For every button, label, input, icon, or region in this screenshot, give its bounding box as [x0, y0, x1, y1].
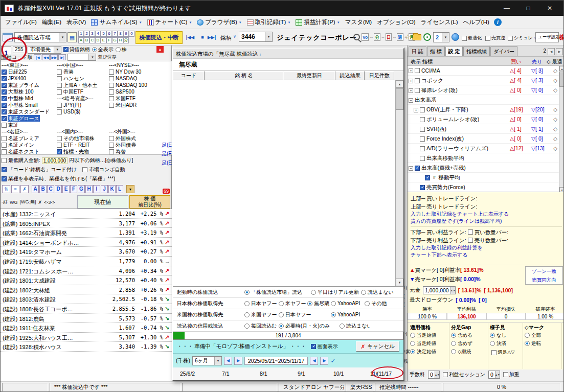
checkbox-icon[interactable] [420, 127, 425, 132]
radio-option[interactable]: 「株価読込市場」読込 [244, 289, 311, 296]
indicator-row[interactable]: ボリュームレシオ(改)△[ 0]▽[ 0]◇ [408, 114, 564, 124]
market-item[interactable]: 日経225 [2, 68, 56, 75]
tree-toggle-icon[interactable]: − [409, 166, 413, 171]
cancel-button[interactable]: キャンセル [356, 341, 399, 352]
period-button-3[interactable]: 週 [397, 33, 403, 41]
digit-button-分[interactable]: 分 [123, 37, 129, 43]
stock-row[interactable]: (建設) 1928:積水ハウス3,340-1.39 %↘ [1, 342, 172, 352]
checkbox-icon[interactable] [109, 143, 114, 148]
checkbox-icon[interactable] [415, 166, 420, 171]
symbol-code-combo[interactable]: 3446 [239, 32, 273, 42]
market-item[interactable]: 香港 [57, 68, 108, 75]
stock-row[interactable]: (建設) 1803:清水建設2,502.5-0.18 %↘ [1, 294, 172, 304]
indicator-row[interactable]: +コポック△[ 4]▽[ 3]◇ [408, 76, 564, 85]
radio-option[interactable]: 無尽蔵 [307, 300, 331, 307]
stock-row[interactable]: (建設) 1719:安藤ハザマ1,7790.00 %→ [1, 257, 172, 266]
checkbox-icon[interactable] [57, 109, 62, 114]
checkbox-icon[interactable] [2, 123, 7, 128]
letter-button-F[interactable]: F [70, 185, 77, 193]
tab-2[interactable]: 設 定 [445, 46, 463, 56]
market-item[interactable]: 名証ネクスト [2, 148, 56, 155]
clock-icon[interactable] [423, 33, 431, 41]
radio-option[interactable]: ◇継続 [451, 348, 486, 356]
checkbox-icon[interactable] [109, 96, 114, 101]
date-range[interactable]: 2025/05/21~2025/11/17 [244, 357, 308, 365]
checkbox-icon[interactable] [57, 83, 62, 88]
radio-option[interactable]: 逆転 [525, 339, 560, 348]
kabu-radio[interactable]: 株 [116, 46, 127, 53]
session-input[interactable]: 0▲▼ [488, 371, 500, 379]
checkbox-icon[interactable] [57, 76, 62, 81]
market-item[interactable]: 外国株式 [109, 135, 171, 142]
stock-row[interactable]: (建設) 1414:ショーボンドホ…4,976+0.91 %↗ [1, 238, 172, 247]
checkbox-icon[interactable] [109, 136, 114, 141]
radio-option[interactable]: 日本ヤフー [279, 311, 331, 318]
indicator-row[interactable]: 出来高移動平均 [408, 153, 564, 163]
digit-button-9[interactable]: 9 [123, 31, 129, 37]
market-item[interactable]: その他市場株 [57, 135, 108, 142]
alert-button[interactable]: ▲ [156, 46, 164, 53]
weekly-checkbox[interactable]: 週足△▽ [491, 349, 515, 356]
scroll-thumb[interactable] [559, 72, 564, 87]
loan-stock-checkbox[interactable]: 貸借銘柄 [63, 46, 90, 53]
tree-toggle-icon[interactable]: − [409, 98, 413, 103]
digit-button-H[interactable]: H [118, 37, 123, 43]
market-item[interactable]: 上海A・他本土 [57, 82, 108, 88]
indicator-row[interactable]: 売買勢力(Force) [408, 182, 564, 192]
market-item[interactable]: 指標・先物 [57, 148, 108, 155]
checkbox-icon[interactable] [415, 78, 420, 83]
menu-item-9[interactable]: オプション(O) [374, 17, 418, 28]
stock-row[interactable]: (建設) 1801:大成建設12,570+0.40 %↗ [1, 275, 172, 285]
menu-item-5[interactable]: ブラウザ(B)▼ [194, 17, 244, 28]
checkbox-icon[interactable] [57, 149, 62, 154]
market-item[interactable]: ETF・REIT [57, 142, 108, 148]
search-icon[interactable] [353, 34, 360, 40]
dropdown-button[interactable]: ▼ [126, 185, 134, 193]
digit-button-F[interactable]: F [106, 37, 112, 43]
radio-option[interactable]: 全部 [525, 331, 560, 339]
market-item[interactable]: USD($) [57, 108, 108, 115]
radio-option[interactable]: YahooAPI [331, 301, 365, 306]
digit-button-A[interactable]: A [78, 37, 84, 43]
digit-button-2[interactable]: 2 [84, 31, 89, 37]
order-combo[interactable] [67, 54, 96, 61]
menu-item-7[interactable]: 損益計算(P)▼ [293, 17, 342, 28]
skip-forward-button[interactable]: ▶▶| [206, 33, 217, 42]
menu-item-4[interactable]: チャート(C)▼ [145, 17, 195, 28]
market-item[interactable]: 東証 [2, 122, 56, 128]
market-item[interactable]: 東証グロース [2, 115, 56, 122]
radio-option[interactable]: 平日はリアル更新 [311, 289, 361, 296]
radio-option[interactable]: なし [490, 331, 521, 339]
indicator-row[interactable]: SVR(西)△[ 1]▽[ 1]◇ [408, 124, 564, 134]
folder-icon[interactable] [413, 34, 421, 40]
checkbox-icon[interactable] [2, 76, 7, 81]
digit-button-B[interactable]: B [84, 37, 89, 43]
digit-button-3[interactable]: 3 [89, 31, 95, 37]
digit-button-5[interactable]: 5 [101, 31, 106, 37]
digit-button-G[interactable]: G [112, 37, 118, 43]
column-header[interactable]: 日足件数 [365, 71, 394, 80]
checkbox-icon[interactable] [2, 116, 7, 121]
checkbox-icon[interactable] [2, 83, 7, 88]
favorite-star-icon[interactable]: ☆ [405, 33, 411, 40]
stock-row[interactable]: (建設) 1808:長谷工コーポ…2,855.5-1.86 %↘ [1, 304, 172, 314]
market-item[interactable]: 中国ETF [57, 88, 108, 95]
tab-scroll-right-icon[interactable]: ▶ [556, 48, 563, 55]
radio-option[interactable]: その他 [365, 300, 388, 307]
scroll-thumb[interactable] [396, 88, 403, 110]
checkbox-icon[interactable] [2, 143, 7, 148]
market-item[interactable]: 大型株 100 [2, 88, 56, 95]
digit-button-E[interactable]: E [101, 37, 106, 43]
scroll-up-icon[interactable]: ▲ [396, 80, 403, 88]
simulation-checkbox[interactable]: シミュレ▼ [508, 35, 537, 41]
indicator-row[interactable]: A/D(ラリーウィリアムズ)△[12]▽[13]◇ [408, 144, 564, 153]
range-forward-button[interactable]: ▶ [320, 357, 328, 365]
grid-select-icon[interactable] [67, 32, 77, 42]
market-item[interactable]: JPX400 [2, 75, 56, 82]
radio-option[interactable]: 読込まない [340, 322, 370, 330]
checkbox-icon[interactable] [109, 70, 114, 75]
market-item[interactable]: 東証プライム [2, 82, 56, 88]
chevron-down-icon[interactable]: ∨ [233, 34, 236, 39]
radio-option[interactable]: 必要時(月・火)のみ [279, 322, 340, 330]
market-item[interactable]: 小型株 Small [2, 102, 56, 108]
